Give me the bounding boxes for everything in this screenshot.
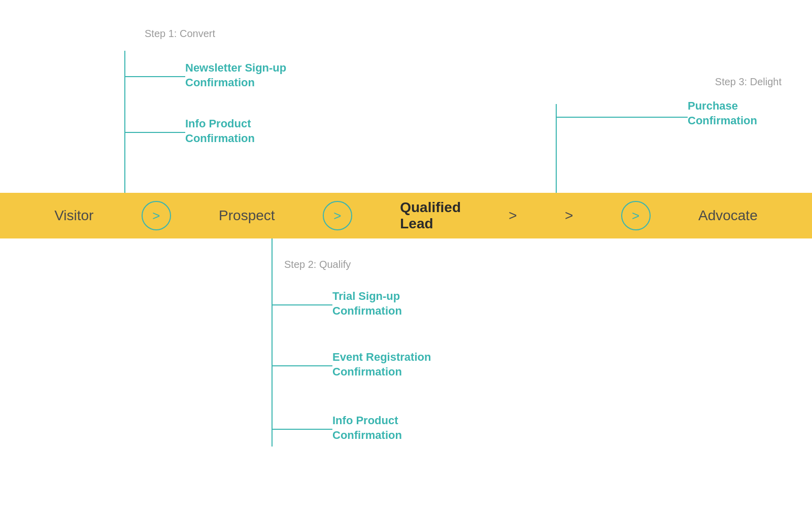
stage-visitor: Visitor (54, 208, 93, 224)
event-hline (272, 365, 332, 366)
newsletter-annotation: Newsletter Sign-upConfirmation (185, 61, 286, 90)
step2-vline (272, 238, 273, 447)
stage-advocate: Advocate (698, 208, 758, 224)
newsletter-hline (124, 76, 185, 77)
stage-qualified-lead: QualifiedLead (400, 199, 461, 232)
arrow-circle-3: > (621, 201, 651, 230)
arrow-plain: > (509, 208, 517, 224)
arrow-circle-2: > (323, 201, 352, 230)
stage-customer: > (565, 208, 573, 224)
purchase-text: PurchaseConfirmation (688, 99, 757, 127)
purchase-annotation: PurchaseConfirmation (688, 99, 757, 128)
diagram-container: Visitor > Prospect > QualifiedLead > > >… (0, 0, 812, 514)
event-annotation: Event RegistrationConfirmation (332, 350, 431, 379)
step1-vline (124, 51, 125, 193)
step3-label: Step 3: Delight (715, 76, 782, 88)
trial-text: Trial Sign-upConfirmation (332, 290, 402, 317)
golden-bar: Visitor > Prospect > QualifiedLead > > >… (0, 193, 812, 238)
arrow-circle-1: > (142, 201, 171, 230)
step1-label: Step 1: Convert (145, 28, 215, 40)
infoproduct-above-annotation: Info ProductConfirmation (185, 117, 255, 146)
step2-label: Step 2: Qualify (284, 259, 351, 270)
infoproduct-below-text: Info ProductConfirmation (332, 414, 402, 441)
trial-annotation: Trial Sign-upConfirmation (332, 289, 402, 318)
newsletter-text: Newsletter Sign-upConfirmation (185, 61, 286, 89)
infoproduct-below-hline (272, 429, 332, 430)
infoproduct-below-annotation: Info ProductConfirmation (332, 414, 402, 442)
purchase-hline (556, 117, 688, 118)
trial-hline (272, 304, 332, 305)
infoproduct-above-hline (124, 132, 185, 133)
stage-prospect: Prospect (219, 208, 275, 224)
event-text: Event RegistrationConfirmation (332, 351, 431, 378)
infoproduct-above-text: Info ProductConfirmation (185, 117, 255, 145)
